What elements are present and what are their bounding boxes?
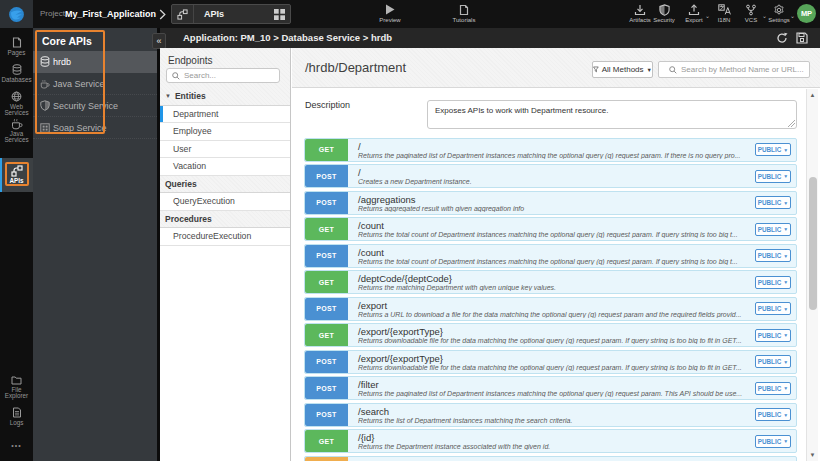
caret-down-icon: ▼ xyxy=(783,173,788,179)
endpoints-section-entities[interactable]: ▼Entities xyxy=(160,88,290,106)
method-badge: POST xyxy=(305,351,348,373)
sidebar-item-apis[interactable]: APIs xyxy=(0,158,33,192)
description-textarea[interactable]: Exposes APIs to work with Department res… xyxy=(427,100,797,129)
access-dropdown[interactable]: PUBLIC▼ xyxy=(755,408,791,421)
more-options-icon[interactable]: ••• xyxy=(0,442,33,449)
scrollbar-thumb[interactable] xyxy=(809,177,817,310)
access-label: PUBLIC xyxy=(758,358,781,365)
api-row[interactable]: GET/{id}Returns the Department instance … xyxy=(304,429,797,453)
access-dropdown[interactable]: PUBLIC▼ xyxy=(755,355,791,368)
method-search-input[interactable]: Search by Method Name or URL... xyxy=(658,61,810,78)
core-api-item-soap-service[interactable]: Soap Service xyxy=(33,117,157,139)
refresh-icon[interactable] xyxy=(775,31,789,45)
api-description: Returns the Department instance associat… xyxy=(358,443,748,450)
sidebar-item-java-services[interactable]: Java Services xyxy=(0,118,33,143)
endpoint-item-user[interactable]: User xyxy=(160,141,290,159)
wavemaker-logo-icon xyxy=(8,6,25,23)
endpoints-search-input[interactable]: Search... xyxy=(166,68,280,83)
access-dropdown[interactable]: PUBLIC▼ xyxy=(755,170,791,183)
method-badge: POST xyxy=(305,192,348,214)
method-badge: POST xyxy=(305,404,348,426)
access-label: PUBLIC xyxy=(758,438,781,445)
endpoint-item-procedureexecution[interactable]: ProcedureExecution xyxy=(160,228,290,246)
access-dropdown[interactable]: PUBLIC▼ xyxy=(755,276,791,289)
api-row[interactable]: GET/deptCode/{deptCode}Returns the match… xyxy=(304,270,797,294)
core-api-item-security-service[interactable]: Security Service xyxy=(33,95,157,117)
access-dropdown[interactable]: PUBLIC▼ xyxy=(755,302,791,315)
shield-icon xyxy=(659,3,670,16)
api-row[interactable]: POST/countReturns the total count of Dep… xyxy=(304,244,797,268)
apis-selector-dropdown[interactable]: APIs xyxy=(171,4,291,24)
wavemaker-logo[interactable] xyxy=(0,0,33,28)
endpoints-section-procedures[interactable]: Procedures xyxy=(160,211,290,229)
api-row[interactable]: GET/Returns the paginated list of Depart… xyxy=(304,138,797,162)
api-row[interactable]: POST/aggregationsReturns aggregated resu… xyxy=(304,191,797,215)
sidebar-item-databases[interactable]: Databases xyxy=(0,64,33,83)
scroll-up-arrow-icon[interactable]: ▲ xyxy=(807,89,818,101)
method-badge: GET xyxy=(305,218,348,240)
endpoint-item-employee[interactable]: Employee xyxy=(160,123,290,141)
api-row[interactable]: POST/exportReturns a URL to download a f… xyxy=(304,297,797,321)
security-label: Security xyxy=(653,17,675,23)
endpoint-item-queryexecution[interactable]: QueryExecution xyxy=(160,193,290,211)
api-row[interactable]: GET/export/{exportType}Returns downloada… xyxy=(304,323,797,347)
methods-filter-dropdown[interactable]: All Methods ▼ xyxy=(592,61,653,78)
access-dropdown[interactable]: PUBLIC▼ xyxy=(755,143,791,156)
api-row[interactable]: GET/countReturns the total count of Depa… xyxy=(304,217,797,241)
access-label: PUBLIC xyxy=(758,146,781,153)
sidebar-item-web-services[interactable]: Web Services xyxy=(0,91,33,116)
endpoint-item-department[interactable]: Department xyxy=(160,106,290,124)
method-badge: POST xyxy=(305,165,348,187)
scroll-down-arrow-icon[interactable]: ▼ xyxy=(807,449,818,461)
access-dropdown[interactable]: PUBLIC▼ xyxy=(755,435,791,448)
sidebar-item-pages[interactable]: Pages xyxy=(0,37,33,56)
api-row[interactable]: POST/Creates a new Department instance.P… xyxy=(304,164,797,188)
page-icon xyxy=(12,37,22,48)
api-path: /count xyxy=(358,247,384,258)
core-api-item-label: Security Service xyxy=(53,101,118,111)
project-name[interactable]: My_First_Application xyxy=(65,0,156,28)
access-label: PUBLIC xyxy=(758,411,781,418)
api-row[interactable]: POST/export/{exportType}Returns download… xyxy=(304,350,797,374)
api-row[interactable]: POST/searchReturns the list of Departmen… xyxy=(304,403,797,427)
api-description: Returns the matching Department with giv… xyxy=(358,284,748,291)
tutorials-button[interactable]: Tutorials xyxy=(436,3,492,23)
preview-button[interactable]: Preview xyxy=(362,3,418,23)
access-dropdown[interactable]: PUBLIC▼ xyxy=(755,329,791,342)
sidebar-item-label: Pages xyxy=(8,50,26,56)
settings-label: Settings xyxy=(768,17,790,23)
shield-icon xyxy=(40,100,50,111)
sidebar-item-file-explorer[interactable]: File Explorer xyxy=(0,374,33,399)
api-path: / xyxy=(358,167,361,178)
chevron-down-icon: ⌄ xyxy=(705,12,710,19)
grid-icon[interactable] xyxy=(274,9,285,20)
vertical-scrollbar[interactable]: ▲ ▼ xyxy=(806,89,818,461)
caret-down-icon: ▼ xyxy=(783,438,788,444)
sidebar-item-logs[interactable]: Logs xyxy=(0,407,33,426)
core-api-item-hrdb[interactable]: hrdb xyxy=(33,51,157,73)
security-button[interactable]: Security xyxy=(648,3,680,23)
core-api-item-label: hrdb xyxy=(53,57,71,67)
access-dropdown[interactable]: PUBLIC▼ xyxy=(755,223,791,236)
access-dropdown[interactable]: PUBLIC▼ xyxy=(755,249,791,262)
coffee-icon xyxy=(40,78,50,90)
method-badge: POST xyxy=(305,245,348,267)
export-label: Export xyxy=(685,17,702,23)
api-row[interactable]: POST/filterReturns the paginated list of… xyxy=(304,376,797,400)
endpoints-title: Endpoints xyxy=(168,55,212,66)
sidebar-item-label: Databases xyxy=(1,77,31,83)
api-path: /{id} xyxy=(358,432,374,443)
endpoint-item-vacation[interactable]: Vacation xyxy=(160,158,290,176)
caret-down-icon: ▼ xyxy=(783,359,788,365)
endpoints-section-queries[interactable]: Queries xyxy=(160,176,290,194)
user-avatar[interactable]: MP xyxy=(797,4,816,23)
access-dropdown[interactable]: PUBLIC▼ xyxy=(755,196,791,209)
collapse-panel-button[interactable]: « xyxy=(152,33,166,49)
gear-icon xyxy=(773,3,785,16)
save-icon[interactable] xyxy=(795,31,809,45)
api-row[interactable]: PUT xyxy=(304,456,797,461)
access-label: PUBLIC xyxy=(758,385,781,392)
access-dropdown[interactable]: PUBLIC▼ xyxy=(755,382,791,395)
resize-handle[interactable] xyxy=(788,120,795,127)
core-api-item-java-service[interactable]: Java Service xyxy=(33,73,157,95)
